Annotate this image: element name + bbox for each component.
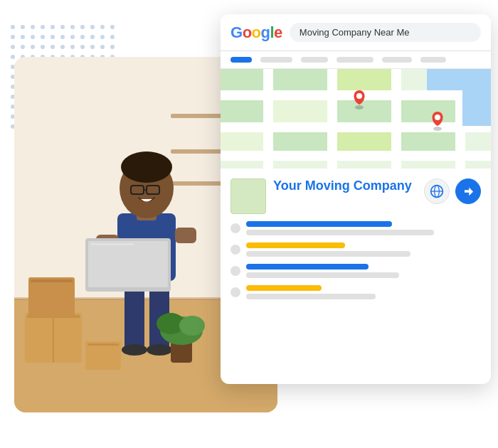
info-icon-1 [231, 223, 240, 233]
business-name[interactable]: Your Moving Company [273, 178, 412, 193]
svg-rect-22 [175, 228, 196, 243]
info-bar-blue-1 [246, 221, 392, 227]
google-logo: Google [231, 23, 282, 42]
info-bar-group-1 [246, 221, 481, 235]
info-row-4 [231, 285, 481, 299]
svg-rect-47 [263, 69, 273, 169]
tab-all[interactable] [231, 57, 252, 63]
info-bar-yellow-2 [246, 285, 322, 291]
svg-rect-35 [28, 277, 75, 316]
tab-bar-4 [337, 57, 374, 63]
svg-rect-59 [401, 100, 455, 122]
svg-rect-58 [337, 100, 391, 122]
tab-bar-2 [260, 57, 292, 63]
svg-rect-56 [221, 100, 263, 122]
svg-rect-52 [462, 90, 491, 126]
google-logo-g: G [231, 23, 243, 41]
svg-rect-36 [31, 279, 73, 282]
svg-rect-57 [273, 100, 327, 122]
svg-rect-49 [391, 69, 401, 169]
svg-rect-51 [427, 69, 491, 90]
svg-rect-54 [273, 69, 327, 90]
info-rows [221, 221, 491, 309]
google-logo-e: e [274, 23, 282, 41]
svg-rect-61 [273, 132, 327, 151]
tab-bar-5 [382, 57, 412, 63]
info-bar-gray-4 [246, 294, 376, 299]
info-row-1 [231, 221, 481, 235]
info-bar-group-4 [246, 285, 481, 299]
svg-rect-60 [221, 132, 263, 151]
info-bar-gray-3 [246, 272, 399, 278]
info-bar-gray-1 [246, 230, 434, 235]
svg-rect-45 [221, 122, 491, 132]
svg-rect-4 [171, 149, 228, 154]
info-bar-blue-2 [246, 264, 369, 270]
svg-point-64 [355, 105, 364, 110]
google-logo-o1: o [243, 23, 252, 41]
svg-rect-53 [221, 69, 263, 90]
search-query-text: Moving Company Near Me [300, 27, 410, 38]
info-icon-2 [231, 245, 240, 255]
info-icon-4 [231, 287, 240, 297]
svg-rect-38 [88, 343, 119, 346]
info-bar-gray-2 [246, 251, 410, 257]
tab-bar-3 [301, 57, 328, 63]
google-logo-o2: o [252, 23, 261, 41]
svg-rect-63 [401, 132, 455, 151]
svg-point-42 [179, 316, 205, 336]
svg-rect-62 [337, 132, 391, 151]
listing-thumbnail [231, 178, 266, 214]
svg-rect-55 [337, 69, 391, 90]
svg-rect-24 [88, 241, 168, 287]
info-row-3 [231, 264, 481, 278]
scene: Google Moving Company Near Me [0, 0, 498, 448]
svg-rect-25 [91, 243, 134, 245]
google-logo-g2: g [261, 23, 270, 41]
google-search-card: Google Moving Company Near Me [221, 14, 491, 384]
info-bar-group-3 [246, 264, 481, 278]
svg-point-28 [121, 151, 172, 183]
google-search-bar[interactable]: Moving Company Near Me [290, 23, 481, 42]
info-bar-yellow-1 [246, 242, 345, 248]
info-row-2 [231, 242, 481, 257]
svg-point-18 [122, 344, 147, 356]
svg-point-67 [435, 114, 440, 120]
directions-icon[interactable] [455, 178, 481, 204]
google-header: Google Moving Company Near Me [221, 14, 491, 51]
info-icon-3 [231, 266, 240, 276]
info-bar-group-2 [246, 242, 481, 257]
svg-point-65 [356, 93, 362, 99]
website-icon[interactable] [424, 178, 450, 204]
google-map[interactable] [221, 69, 491, 169]
svg-rect-46 [221, 151, 491, 161]
svg-rect-48 [327, 69, 337, 169]
svg-point-19 [147, 344, 172, 356]
google-tab-bar [221, 51, 491, 69]
svg-point-66 [433, 127, 442, 131]
tab-bar-6 [420, 57, 446, 63]
business-listing: Your Moving Company [221, 169, 491, 221]
listing-actions [424, 178, 481, 204]
